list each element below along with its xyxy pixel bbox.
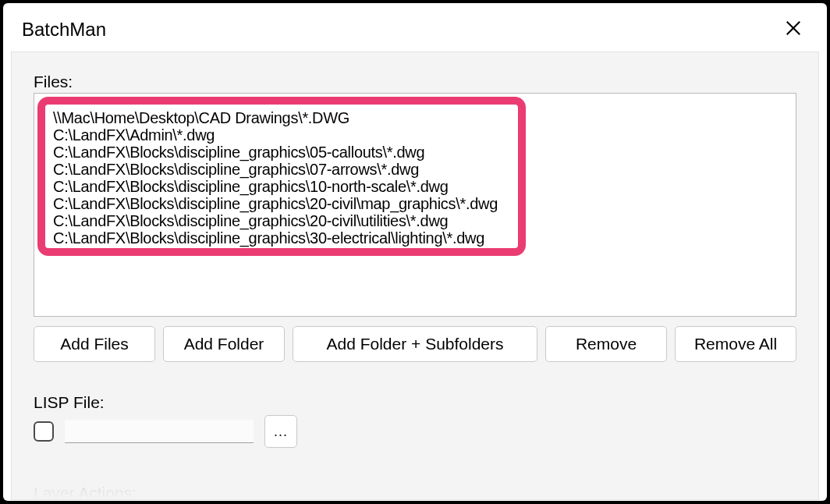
- list-item[interactable]: C:\LandFX\Blocks\discipline_graphics\20-…: [53, 195, 498, 212]
- list-item[interactable]: \\Mac\Home\Desktop\CAD Drawings\*.DWG: [53, 109, 498, 126]
- lisp-file-input[interactable]: [65, 420, 254, 443]
- dialog-body: Files: \\Mac\Home\Desktop\CAD Drawings\*…: [11, 51, 819, 500]
- list-item[interactable]: C:\LandFX\Blocks\discipline_graphics\05-…: [53, 144, 498, 161]
- titlebar: BatchMan: [3, 3, 827, 51]
- close-icon: [785, 20, 802, 37]
- list-item[interactable]: C:\LandFX\Blocks\discipline_graphics\07-…: [53, 161, 498, 178]
- lisp-file-label: LISP File:: [34, 393, 796, 412]
- list-item[interactable]: C:\LandFX\Admin\*.dwg: [53, 126, 498, 144]
- window-title: BatchMan: [22, 19, 106, 41]
- remove-button[interactable]: Remove: [545, 326, 667, 362]
- files-listbox[interactable]: \\Mac\Home\Desktop\CAD Drawings\*.DWG C:…: [34, 93, 796, 317]
- list-item[interactable]: C:\LandFX\Blocks\discipline_graphics\20-…: [53, 212, 498, 229]
- highlight-annotation: \\Mac\Home\Desktop\CAD Drawings\*.DWG C:…: [37, 97, 526, 256]
- list-item[interactable]: C:\LandFX\Blocks\discipline_graphics\10-…: [53, 178, 498, 195]
- files-label: Files:: [34, 73, 796, 91]
- close-button[interactable]: [779, 16, 808, 44]
- lisp-checkbox[interactable]: [34, 421, 54, 442]
- remove-all-button[interactable]: Remove All: [675, 326, 796, 362]
- lisp-file-row: ...: [34, 415, 796, 448]
- dialog-window: BatchMan Files: \\Mac\Home\Desktop\CAD D…: [3, 3, 827, 501]
- layer-actions-label: Layer Actions:: [34, 484, 796, 500]
- add-folder-button[interactable]: Add Folder: [163, 326, 285, 362]
- files-button-row: Add Files Add Folder Add Folder + Subfol…: [34, 326, 796, 362]
- add-files-button[interactable]: Add Files: [34, 326, 155, 362]
- list-item[interactable]: C:\LandFX\Blocks\discipline_graphics\30-…: [53, 229, 498, 247]
- add-folder-subfolders-button[interactable]: Add Folder + Subfolders: [293, 326, 537, 362]
- browse-button[interactable]: ...: [264, 415, 297, 448]
